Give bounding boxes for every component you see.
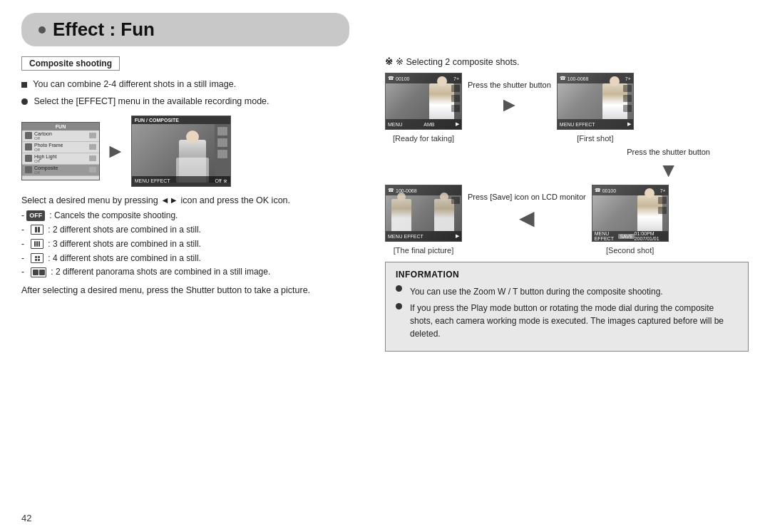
second-side-icons: [658, 197, 667, 214]
ready-screen: ☎001007+ MENUAMB▶: [385, 73, 462, 130]
menu-right-icon: [89, 133, 96, 138]
second-side-1: [658, 197, 667, 204]
menu-label-4: CompositeOff: [34, 165, 87, 175]
press-save-text: Press [Save] icon on LCD monitor: [468, 192, 586, 203]
press-shutter-2: Press the shutter button: [627, 147, 710, 158]
menu-right-icon-3: [89, 155, 96, 161]
off-badge: OFF: [26, 210, 45, 221]
side-icon-1: [451, 85, 460, 92]
side-icon-3: [451, 105, 460, 112]
final-screen: ☎100-0068: [385, 185, 462, 242]
camera-screens-row: FUN CartoonOff Photo FrameOff High Light…: [21, 116, 371, 187]
ready-top-bar: ☎001007+: [386, 73, 461, 83]
menu-label: CartoonOff: [34, 131, 87, 140]
second-cam-inner: ☎001007+ MENU EFFECTSAVE01:00PM 2007/01/…: [592, 185, 668, 241]
bullet-square-icon: [21, 82, 27, 88]
menu-label-3: High LightOff: [34, 154, 87, 163]
comp-menu-label: MENU EFFECT: [135, 178, 170, 183]
photoframe-icon: [25, 143, 32, 150]
composite-screen: FUN / COMPOSITE: [131, 116, 231, 187]
option-panorama-text: : 2 different panorama shots are combine…: [51, 266, 270, 278]
press-shutter-1: Press the shutter button: [468, 80, 551, 91]
second-shot-col: ☎001007+ MENU EFFECTSAVE01:00PM 2007/01/…: [592, 185, 669, 255]
bullet-circle-icon: [21, 98, 28, 105]
ready-bottom-bar: MENUAMB▶: [386, 119, 461, 129]
final-cam-inner: ☎100-0068: [386, 185, 461, 241]
cartoon-icon: [25, 132, 32, 139]
final-label: [The final picture]: [394, 246, 453, 255]
info-box: INFORMATION You can use the Zoom W / T b…: [385, 262, 749, 352]
arrow-right-1: ►: [500, 93, 520, 116]
composite-bottom-bar: MENU EFFECT Off ※: [132, 176, 230, 186]
menu-top-bar: FUN: [22, 123, 99, 131]
arrow-right-icon: ►: [106, 140, 125, 163]
final-side-1: [451, 197, 460, 204]
menu-item-highlight: High LightOff: [22, 153, 99, 165]
right-column: ※ ※ Selecting 2 composite shots. ☎001007…: [385, 56, 749, 352]
option-2shots: - : 2 different shots are combined in a …: [21, 224, 371, 236]
panorama-icon: [31, 267, 46, 277]
ready-side-icons: [451, 85, 460, 112]
press-down-col: Press the shutter button ▼: [627, 147, 710, 182]
highlight-icon: [25, 155, 32, 162]
2shots-icon: [31, 225, 43, 235]
info-text-1: You can use the Zoom W / T button during…: [410, 285, 663, 298]
main-columns: Composite shooting You can combine 2-4 d…: [21, 56, 749, 352]
first-top-bar: ☎100-00687+: [558, 73, 633, 83]
first-shot-label: [First shot]: [577, 134, 613, 143]
bottom-shots-row: ☎100-0068: [385, 185, 749, 255]
menu-label-2: Photo FrameOff: [34, 143, 87, 152]
option-4shots: - : 4 different shots are combined in a …: [21, 252, 371, 265]
asterisk-symbol: ※: [385, 56, 393, 67]
first-cam-inner: ☎100-00687+ MENU EFFECT▶: [558, 73, 633, 129]
option-3shots: - : 3 different shots are combined in a …: [21, 238, 371, 250]
page: Effect : Fun Composite shooting You can …: [0, 0, 770, 532]
bullet-line-1: You can combine 2-4 different shots in a…: [21, 78, 371, 91]
comp-side-icon-3: [217, 150, 227, 158]
select-text: Select a desired menu by pressing ◄► ico…: [21, 194, 371, 208]
option-4shots-text: : 4 different shots are combined in a st…: [48, 252, 201, 265]
menu-screen: FUN CartoonOff Photo FrameOff High Light…: [21, 122, 100, 180]
page-number: 42: [21, 513, 31, 523]
3shots-icon: [31, 239, 43, 249]
info-title: INFORMATION: [396, 270, 738, 280]
second-top-bar: ☎001007+: [592, 185, 668, 195]
save-arrow-col: Press [Save] icon on LCD monitor ◀: [468, 192, 586, 229]
menu-right-icon-2: [89, 144, 96, 150]
comp-side-icon-1: [217, 127, 227, 135]
comp-off-label: Off ※: [215, 178, 227, 184]
option-off-text: : Cancels the composite shooting.: [49, 210, 178, 222]
arrow-left-icon: ◀: [519, 206, 535, 230]
menu-item-photoframe: Photo FrameOff: [22, 142, 99, 153]
first-shot-col: ☎100-00687+ MENU EFFECT▶: [557, 73, 634, 143]
second-shot-label: [Second shot]: [606, 246, 654, 255]
after-text: After selecting a desired menu, press th…: [21, 284, 371, 297]
final-bottom-bar: MENU EFFECT▶: [386, 231, 461, 241]
final-side-icons: [451, 197, 460, 204]
composite-side-panel: [215, 124, 230, 183]
option-3shots-text: : 3 different shots are combined in a st…: [48, 238, 201, 250]
first-shot-screen: ☎100-00687+ MENU EFFECT▶: [557, 73, 634, 130]
top-shots-row: ☎001007+ MENUAMB▶: [385, 73, 749, 143]
second-screen: ☎001007+ MENU EFFECTSAVE01:00PM 2007/01/…: [592, 185, 669, 242]
title-bar: Effect : Fun: [21, 13, 349, 46]
option-panorama: - : 2 different panorama shots are combi…: [21, 266, 371, 278]
menu-right-icon-4: [89, 167, 96, 173]
bullet-line-2: Select the [EFFECT] menu in the availabl…: [21, 95, 371, 108]
option-off: - OFF : Cancels the composite shooting.: [21, 210, 371, 222]
arrow-down-row: Press the shutter button ▼: [385, 147, 749, 182]
4shots-icon: [31, 253, 43, 263]
arrow-press-col: Press the shutter button ►: [468, 80, 551, 116]
first-side-1: [623, 85, 632, 92]
info-line-2: If you press the Play mode button or rot…: [396, 302, 738, 340]
comp-side-icon-2: [217, 138, 227, 147]
ready-shot-col: ☎001007+ MENUAMB▶: [385, 73, 462, 143]
composite-icon: [25, 166, 32, 173]
menu-item-composite: CompositeOff: [22, 165, 99, 176]
page-title: Effect : Fun: [53, 19, 155, 41]
composite-top-bar: FUN / COMPOSITE: [132, 116, 230, 124]
info-text-2: If you press the Play mode button or rot…: [410, 302, 738, 340]
composite-shooting-badge: Composite shooting: [21, 56, 120, 71]
info-bullet-2: [396, 303, 402, 310]
arrow-down-icon: ▼: [659, 159, 679, 182]
